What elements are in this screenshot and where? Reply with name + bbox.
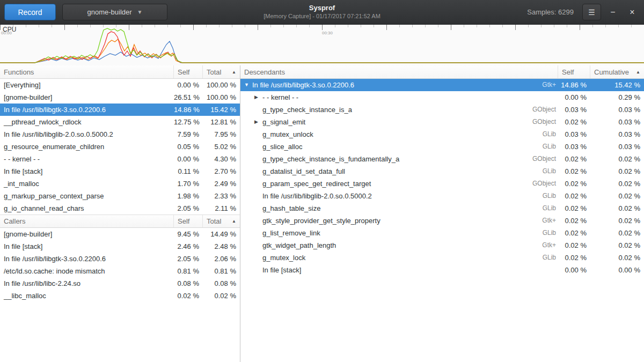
functions-table-row[interactable]: g_resource_enumerate_children0.05 %5.02 … xyxy=(0,141,240,153)
functions-table-row[interactable]: g_markup_parse_context_parse1.98 %2.33 % xyxy=(0,190,240,202)
functions-table-row[interactable]: [gnome-builder]26.51 %100.00 % xyxy=(0,91,240,104)
callers-column-header[interactable]: Callers xyxy=(0,215,174,227)
sort-arrow-icon: ▲ xyxy=(636,66,640,78)
total-percent-value: 0.08 % xyxy=(203,277,240,290)
expander-open-icon[interactable]: ▼ xyxy=(244,79,252,91)
function-name-cell: In file [stack] xyxy=(240,264,558,276)
descendants-table-row[interactable]: In file /usr/lib/libglib-2.0.so.0.5000.2… xyxy=(240,190,644,202)
function-name-cell: g_mutex_unlockGLib xyxy=(240,128,558,141)
descendants-table-row[interactable]: ▶g_signal_emitGObject0.02 %0.03 % xyxy=(240,116,644,128)
descendants-table-row[interactable]: g_param_spec_get_redirect_targetGObject0… xyxy=(240,178,644,190)
total-percent-value: 4.30 % xyxy=(203,153,240,165)
function-name: g_markup_parse_context_parse xyxy=(4,190,104,202)
descendants-table-row[interactable]: gtk_widget_path_lengthGtk+0.02 %0.02 % xyxy=(240,239,644,252)
right-panel: Descendants Self Cumulative▲ ▼In file /u… xyxy=(240,65,644,362)
category-label: GLib xyxy=(543,190,558,202)
descendants-table-row[interactable]: g_list_remove_linkGLib0.02 %0.02 % xyxy=(240,227,644,239)
functions-table-row[interactable]: In file /usr/lib/libgtk-3.so.0.2200.614.… xyxy=(0,104,240,116)
cumulative-percent-value: 0.29 % xyxy=(590,91,644,104)
functions-column-header[interactable]: Functions xyxy=(0,65,174,78)
functions-total-column-header[interactable]: Total▲ xyxy=(203,65,240,78)
functions-table-row[interactable]: g_io_channel_read_chars2.05 %2.11 % xyxy=(0,202,240,215)
functions-table-row[interactable]: In file /usr/lib/libglib-2.0.so.0.5000.2… xyxy=(0,128,240,141)
function-name: g_slice_alloc xyxy=(262,141,302,153)
descendants-table-row[interactable]: g_slice_allocGLib0.03 %0.03 % xyxy=(240,141,644,153)
cumulative-header-label: Cumulative xyxy=(594,66,629,78)
close-button[interactable]: × xyxy=(625,5,640,20)
callers-table-row[interactable]: /etc/ld.so.cache: inode mismatch0.81 %0.… xyxy=(0,265,240,277)
expander-closed-icon[interactable]: ▶ xyxy=(254,91,262,104)
self-percent-value: 0.02 % xyxy=(174,290,203,302)
total-percent-value: 0.81 % xyxy=(203,265,240,277)
self-percent-value: 7.59 % xyxy=(174,128,203,141)
function-name: __libc_malloc xyxy=(4,290,46,302)
category-label: GLib xyxy=(543,141,558,153)
functions-table-row[interactable]: _int_malloc1.70 %2.49 % xyxy=(0,178,240,190)
function-name-cell: g_datalist_id_set_data_fullGLib xyxy=(240,165,558,178)
function-name: g_type_check_instance_is_a xyxy=(262,104,352,116)
self-percent-value: 0.00 % xyxy=(558,264,590,276)
function-name: In file /usr/lib/libgtk-3.so.0.2200.6 xyxy=(4,253,106,265)
descendants-table-row[interactable]: In file [stack]0.00 %0.00 % xyxy=(240,264,644,276)
descendants-table-row[interactable]: ▼In file /usr/lib/libgtk-3.so.0.2200.6Gt… xyxy=(240,79,644,91)
callers-table-row[interactable]: In file /usr/lib/libc-2.24.so0.08 %0.08 … xyxy=(0,277,240,290)
cpu-graph[interactable]: CPU 00:00 00:30 xyxy=(0,25,644,65)
functions-table-row[interactable]: In file [stack]0.11 %2.70 % xyxy=(0,165,240,178)
function-name-cell: _int_malloc xyxy=(0,178,174,190)
callers-total-column-header[interactable]: Total▲ xyxy=(203,215,240,227)
function-name-cell: g_list_remove_linkGLib xyxy=(240,227,558,239)
sort-arrow-icon: ▲ xyxy=(232,66,236,78)
descendants-table-row[interactable]: g_mutex_lockGLib0.02 %0.02 % xyxy=(240,252,644,264)
descendants-table-row[interactable]: g_mutex_unlockGLib0.03 %0.03 % xyxy=(240,128,644,141)
cumulative-percent-value: 0.02 % xyxy=(590,202,644,215)
total-percent-value: 2.11 % xyxy=(203,202,240,215)
cumulative-percent-value: 0.03 % xyxy=(590,116,644,128)
descendants-column-header[interactable]: Descendants xyxy=(240,65,558,78)
self-percent-value: 0.02 % xyxy=(558,190,590,202)
descendants-table-row[interactable]: g_type_check_instance_is_fundamentally_a… xyxy=(240,153,644,165)
self-percent-value: 2.05 % xyxy=(174,253,203,265)
self-percent-value: 14.86 % xyxy=(174,104,203,116)
self-percent-value: 0.02 % xyxy=(558,165,590,178)
functions-self-column-header[interactable]: Self xyxy=(174,65,203,78)
main-split: Functions Self Total▲ [Everything]0.00 %… xyxy=(0,65,644,362)
total-percent-value: 0.02 % xyxy=(203,290,240,302)
function-name-cell: g_type_check_instance_is_aGObject xyxy=(240,104,558,116)
descendants-cumulative-column-header[interactable]: Cumulative▲ xyxy=(590,65,644,78)
descendants-table-row[interactable]: ▶- - kernel - -0.00 %0.29 % xyxy=(240,91,644,104)
descendants-table-row[interactable]: gtk_style_provider_get_style_propertyGtk… xyxy=(240,215,644,227)
category-label: GObject xyxy=(532,116,558,128)
menu-button[interactable]: ☰ xyxy=(582,4,601,20)
function-name-cell: In file /usr/lib/libglib-2.0.so.0.5000.2 xyxy=(0,128,174,141)
function-name-cell: g_type_check_instance_is_fundamentally_a… xyxy=(240,153,558,165)
expander-closed-icon[interactable]: ▶ xyxy=(254,116,262,128)
process-selector[interactable]: gnome-builder ▼ xyxy=(62,4,167,20)
callers-table-row[interactable]: In file [stack]2.46 %2.48 % xyxy=(0,240,240,253)
descendants-header-label: Descendants xyxy=(244,66,285,78)
callers-table-row[interactable]: __libc_malloc0.02 %0.02 % xyxy=(0,290,240,302)
self-percent-value: 0.03 % xyxy=(558,128,590,141)
functions-table-row[interactable]: [Everything]0.00 %100.00 % xyxy=(0,79,240,91)
descendants-self-column-header[interactable]: Self xyxy=(558,65,590,78)
functions-table-row[interactable]: __pthread_rwlock_rdlock12.75 %12.81 % xyxy=(0,116,240,128)
descendants-table-row[interactable]: g_datalist_id_set_data_fullGLib0.02 %0.0… xyxy=(240,165,644,178)
function-name-cell: In file /usr/lib/libgtk-3.so.0.2200.6 xyxy=(0,104,174,116)
minimize-button[interactable]: − xyxy=(605,5,620,20)
cpu-usage-chart xyxy=(0,25,644,65)
self-percent-value: 26.51 % xyxy=(174,91,203,104)
total-percent-value: 2.06 % xyxy=(203,253,240,265)
self-percent-value: 14.86 % xyxy=(558,79,590,91)
function-name: /etc/ld.so.cache: inode mismatch xyxy=(4,265,105,277)
descendants-table-row[interactable]: g_hash_table_sizeGLib0.02 %0.02 % xyxy=(240,202,644,215)
functions-table-row[interactable]: - - kernel - -0.00 %4.30 % xyxy=(0,153,240,165)
callers-self-column-header[interactable]: Self xyxy=(174,215,203,227)
callers-table-row[interactable]: [gnome-builder]9.45 %14.49 % xyxy=(0,228,240,240)
callers-table-row[interactable]: In file /usr/lib/libgtk-3.so.0.2200.62.0… xyxy=(0,253,240,265)
record-button[interactable]: Record xyxy=(4,4,56,20)
function-name-cell: [gnome-builder] xyxy=(0,228,174,240)
self-header-label: Self xyxy=(178,66,189,78)
function-name: g_param_spec_get_redirect_target xyxy=(262,178,371,190)
descendants-table-row[interactable]: g_type_check_instance_is_aGObject0.03 %0… xyxy=(240,104,644,116)
cumulative-percent-value: 15.42 % xyxy=(590,79,644,91)
category-label: Gtk+ xyxy=(542,79,558,91)
